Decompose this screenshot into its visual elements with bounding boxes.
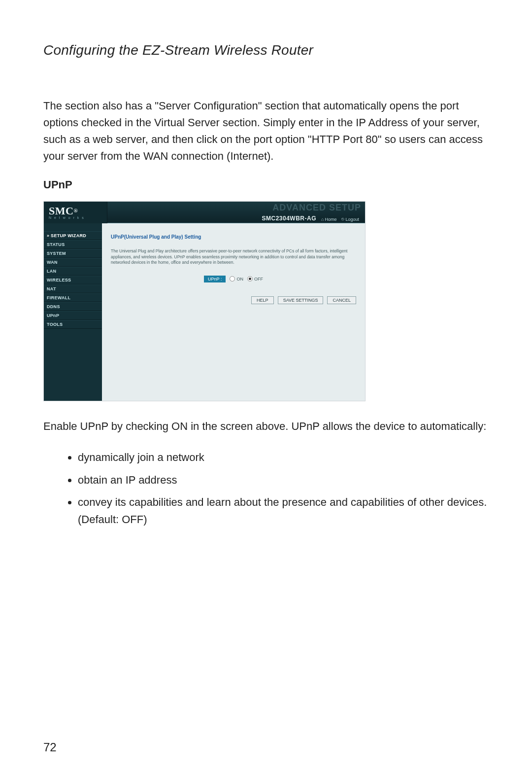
router-content: UPnP(Universal Plug and Play) Setting Th… — [102, 223, 365, 401]
sidebar-item-upnp[interactable]: UPnP — [44, 311, 102, 320]
cancel-button[interactable]: CANCEL — [327, 296, 356, 304]
upnp-radio-on[interactable]: ON — [230, 276, 243, 281]
radio-icon — [230, 276, 235, 281]
upnp-field-label: UPnP : — [204, 276, 226, 282]
upnp-radio-row: UPnP : ON OFF — [111, 276, 356, 282]
sidebar-item-lan[interactable]: LAN — [44, 267, 102, 276]
sidebar-item-wireless[interactable]: WIRELESS — [44, 276, 102, 284]
router-topbar: SMC® N e t w o r k s ADVANCED SETUP SMC2… — [44, 202, 365, 223]
router-body: » SETUP WIZARD STATUS SYSTEM WAN LAN WIR… — [44, 223, 365, 401]
banner-text: ADVANCED SETUP — [272, 203, 361, 213]
intro-paragraph: The section also has a "Server Configura… — [43, 98, 493, 165]
home-icon: ⌂ — [321, 217, 324, 222]
topbar-right: ADVANCED SETUP SMC2304WBR-AG ⌂ Home ⦸ Lo… — [107, 202, 365, 223]
brand-logo: SMC — [49, 205, 73, 217]
page-title: Configuring the EZ-Stream Wireless Route… — [43, 42, 493, 58]
sidebar-item-status[interactable]: STATUS — [44, 240, 102, 249]
save-button[interactable]: SAVE SETTINGS — [278, 296, 324, 304]
page-number: 72 — [43, 740, 57, 754]
help-button[interactable]: HELP — [251, 296, 274, 304]
logout-link-label: Logout — [345, 217, 359, 222]
router-sidebar: » SETUP WIZARD STATUS SYSTEM WAN LAN WIR… — [44, 223, 102, 401]
router-screenshot: SMC® N e t w o r k s ADVANCED SETUP SMC2… — [43, 201, 366, 401]
upnp-radio-off[interactable]: OFF — [247, 276, 263, 281]
logout-icon: ⦸ — [341, 216, 344, 222]
home-link-label: Home — [325, 217, 336, 222]
section-heading-upnp: UPnP — [43, 178, 493, 191]
sidebar-item-nat[interactable]: NAT — [44, 284, 102, 293]
brand-registered: ® — [73, 208, 78, 213]
button-row: HELP SAVE SETTINGS CANCEL — [111, 296, 356, 304]
capability-list: dynamically join a network obtain an IP … — [78, 449, 493, 528]
radio-icon — [247, 276, 253, 281]
panel-description: The Universal Plug and Play architecture… — [111, 248, 356, 265]
sidebar-item-ddns[interactable]: DDNS — [44, 302, 102, 311]
brand-subtext: N e t w o r k s — [49, 216, 85, 219]
home-link[interactable]: ⌂ Home — [321, 217, 336, 222]
sidebar-item-tools[interactable]: TOOLS — [44, 320, 102, 329]
list-item: obtain an IP address — [78, 471, 493, 489]
sidebar-item-firewall[interactable]: FIREWALL — [44, 293, 102, 302]
manual-page: Configuring the EZ-Stream Wireless Route… — [0, 0, 532, 774]
model-number: SMC2304WBR-AG — [262, 215, 317, 222]
list-item: dynamically join a network — [78, 449, 493, 466]
logout-link[interactable]: ⦸ Logout — [341, 216, 359, 222]
sidebar-item-system[interactable]: SYSTEM — [44, 249, 102, 258]
radio-on-label: ON — [236, 277, 243, 281]
post-screenshot-paragraph: Enable UPnP by checking ON in the screen… — [43, 418, 493, 435]
sidebar-item-setup-wizard[interactable]: » SETUP WIZARD — [44, 231, 102, 240]
sidebar-item-wan[interactable]: WAN — [44, 258, 102, 267]
radio-off-label: OFF — [254, 277, 263, 281]
list-item: convey its capabilities and learn about … — [78, 493, 493, 528]
panel-title: UPnP(Universal Plug and Play) Setting — [111, 234, 356, 240]
model-line: SMC2304WBR-AG ⌂ Home ⦸ Logout — [107, 215, 365, 223]
brand-cell: SMC® N e t w o r k s — [44, 202, 107, 223]
